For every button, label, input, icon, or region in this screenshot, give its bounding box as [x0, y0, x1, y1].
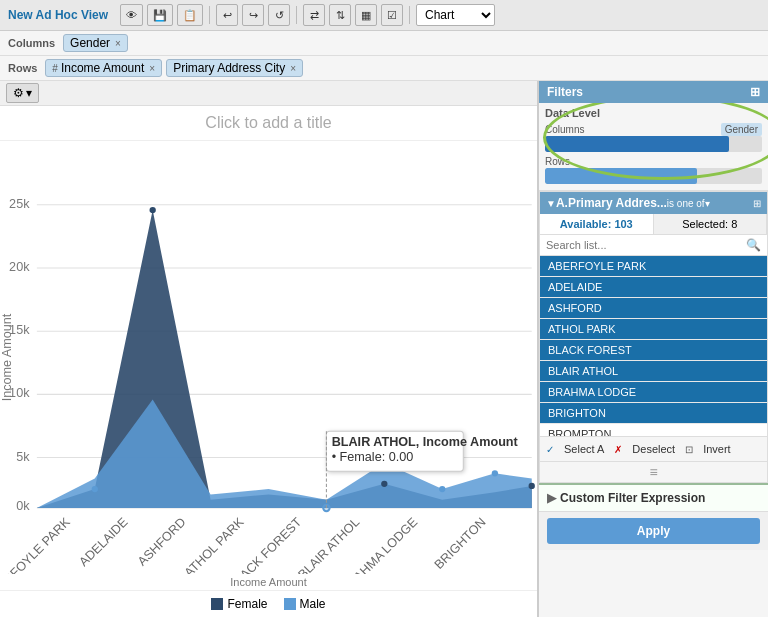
address-city-chip[interactable]: Primary Address City ×	[166, 59, 303, 77]
list-item[interactable]: ASHFORD	[540, 298, 767, 319]
app-title: New Ad Hoc View	[8, 8, 108, 22]
columns-bar-fill	[545, 136, 729, 152]
rows-mini-bar-container: Rows	[545, 156, 762, 184]
filter-widget-title: A.Primary Addres...	[556, 196, 667, 210]
rows-bar: Rows # Income Amount × Primary Address C…	[0, 56, 768, 81]
sep3	[409, 6, 410, 24]
gear-icon: ⚙	[13, 86, 24, 100]
drag-handle: ≡	[540, 461, 767, 482]
data-point	[92, 486, 98, 492]
svg-text:0k: 0k	[16, 499, 30, 513]
columns-mini-bar-container: Columns Gender	[545, 123, 762, 152]
income-amount-chip[interactable]: # Income Amount ×	[45, 59, 162, 77]
redo-btn[interactable]: ↪	[242, 4, 264, 26]
filters-header: Filters ⊞	[539, 81, 768, 103]
chart-title[interactable]: Click to add a title	[0, 106, 537, 141]
tab-selected[interactable]: Selected: 8	[654, 214, 768, 234]
custom-filter-label: Custom Filter Expression	[560, 491, 705, 505]
chart-svg: 25k 20k 15k 10k 5k 0k Income Amount	[0, 141, 537, 574]
eye-btn[interactable]: 👁	[120, 4, 143, 26]
list-item[interactable]: BROMPTON	[540, 424, 767, 436]
gender-chip-text: Gender	[70, 36, 110, 50]
switch-btn[interactable]: ⇄	[303, 4, 325, 26]
grid-btn[interactable]: ▦	[355, 4, 377, 26]
list-item[interactable]: BRIGHTON	[540, 403, 767, 424]
chart-type-select[interactable]: Chart Table Crosstab	[416, 4, 495, 26]
female-label: Female	[227, 597, 267, 611]
data-point	[150, 207, 156, 213]
deselect-btn[interactable]: Deselect	[628, 441, 679, 457]
invert-btn[interactable]: Invert	[699, 441, 735, 457]
income-amount-chip-text: Income Amount	[61, 61, 144, 75]
apply-section: Apply	[539, 511, 768, 550]
sep1	[209, 6, 210, 24]
checkmark-icon: ✓	[546, 444, 554, 455]
list-item[interactable]: BLAIR ATHOL	[540, 361, 767, 382]
female-color-box	[211, 598, 223, 610]
male-label: Male	[300, 597, 326, 611]
list-item[interactable]: ABERFOYLE PARK	[540, 256, 767, 277]
filter-tabs: Available: 103 Selected: 8	[540, 214, 767, 235]
columns-label: Columns	[8, 37, 55, 49]
reset-btn[interactable]: ↺	[268, 4, 290, 26]
svg-text:BLAIR ATHOL: BLAIR ATHOL	[296, 515, 363, 574]
filter-menu-icon[interactable]: ⊞	[753, 198, 761, 209]
legend-female: Female	[211, 597, 267, 611]
sort-btn[interactable]: ⇅	[329, 4, 351, 26]
invert-icon: ⊡	[685, 444, 693, 455]
address-close[interactable]: ×	[290, 63, 296, 74]
chart-legend: Female Male	[0, 590, 537, 617]
filter-list: ABERFOYLE PARK ADELAIDE ASHFORD ATHOL PA…	[540, 256, 767, 436]
filter-search-input[interactable]	[546, 239, 746, 251]
options-arrow: ▾	[26, 86, 32, 100]
export-btn[interactable]: 📋	[177, 4, 203, 26]
columns-mini-label: Columns	[545, 124, 584, 135]
undo-btn[interactable]: ↩	[216, 4, 238, 26]
svg-text:ATHOL PARK: ATHOL PARK	[182, 515, 247, 574]
columns-bar: Columns Gender ×	[0, 31, 768, 56]
data-point	[439, 486, 445, 492]
filter-actions: ✓ Select A ✗ Deselect ⊡ Invert	[540, 436, 767, 461]
search-icon: 🔍	[746, 238, 761, 252]
sep2	[296, 6, 297, 24]
select-all-btn[interactable]: Select A	[560, 441, 608, 457]
list-item[interactable]: ADELAIDE	[540, 277, 767, 298]
svg-text:ABERFOYLE PARK: ABERFOYLE PARK	[0, 515, 73, 574]
hash-icon: #	[52, 63, 58, 74]
address-city-chip-text: Primary Address City	[173, 61, 285, 75]
legend-male: Male	[284, 597, 326, 611]
filter-condition: is one of	[667, 198, 705, 209]
right-panel: Filters ⊞ Data Level Columns Gender	[538, 81, 768, 617]
rows-mini-label: Rows	[545, 156, 762, 167]
list-item[interactable]: ATHOL PARK	[540, 319, 767, 340]
columns-bar-track	[545, 136, 762, 152]
filters-title: Filters	[547, 85, 583, 99]
custom-filter-header[interactable]: ▶ Custom Filter Expression	[539, 485, 768, 511]
filters-icon: ⊞	[750, 85, 760, 99]
data-point	[381, 481, 387, 487]
filter-search-bar: 🔍	[540, 235, 767, 256]
options-row: ⚙ ▾	[0, 81, 537, 106]
data-level-section: Data Level Columns Gender Rows	[539, 103, 768, 191]
list-item[interactable]: BRAHMA LODGE	[540, 382, 767, 403]
list-item[interactable]: BLACK FOREST	[540, 340, 767, 361]
svg-text:5k: 5k	[16, 450, 30, 464]
x-axis-title: Income Amount	[0, 574, 537, 590]
gender-chip-close[interactable]: ×	[115, 38, 121, 49]
chart-area: Click to add a title 25k 20k 15k 10k 5k …	[0, 106, 537, 617]
save-btn[interactable]: 💾	[147, 4, 173, 26]
tab-available[interactable]: Available: 103	[540, 214, 654, 234]
custom-filter-section: ▶ Custom Filter Expression	[539, 483, 768, 511]
svg-text:BRIGHTON: BRIGHTON	[432, 515, 489, 572]
apply-button[interactable]: Apply	[547, 518, 760, 544]
income-close[interactable]: ×	[149, 63, 155, 74]
data-point	[492, 470, 498, 476]
svg-text:Income Amount: Income Amount	[0, 313, 14, 401]
check-btn[interactable]: ☑	[381, 4, 403, 26]
svg-text:BLAIR ATHOL, Income Amount: BLAIR ATHOL, Income Amount	[332, 435, 519, 449]
gender-chip[interactable]: Gender ×	[63, 34, 128, 52]
svg-text:20k: 20k	[9, 260, 30, 274]
options-button[interactable]: ⚙ ▾	[6, 83, 39, 103]
filter-widget-header: ▼ A.Primary Addres... is one of ▾ ⊞	[540, 192, 767, 214]
chart-content: 25k 20k 15k 10k 5k 0k Income Amount	[0, 141, 537, 574]
